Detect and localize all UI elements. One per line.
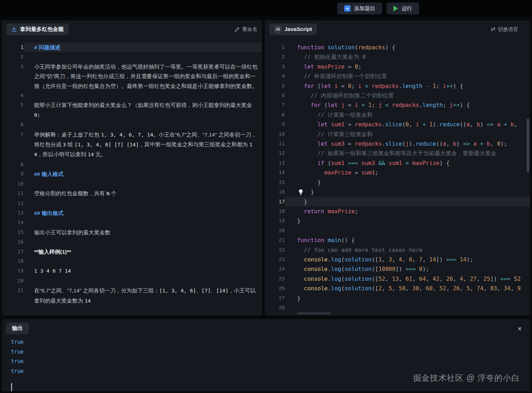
md-line-content[interactable] xyxy=(24,120,262,129)
code-line-content[interactable]: return maxPrize; xyxy=(285,207,530,216)
code-line-content[interactable]: // 外层循环控制第一个切割位置 xyxy=(285,71,530,81)
code-line[interactable]: 8 // 计算第一组奖金和 xyxy=(265,110,530,120)
md-line-content[interactable] xyxy=(24,256,262,266)
md-line-content[interactable] xyxy=(24,218,262,227)
md-line[interactable]: 10 xyxy=(2,179,262,189)
code-line-content[interactable]: let sum3 = redpacks.slice(j).reduce((a, … xyxy=(285,139,530,148)
code-line[interactable]: 23 console.log(solution([1, 3, 4, 6, 7, … xyxy=(265,255,530,264)
code-line[interactable]: 14 maxPrize = sum1; xyxy=(265,168,530,177)
md-line-content[interactable]: 举例解释：桌子上放了红包 1, 3, 4, 6, 7, 14。小王在“6,7”之… xyxy=(24,130,262,160)
md-line[interactable]: 6 xyxy=(2,120,262,129)
code-line[interactable]: 11 let sum3 = redpacks.slice(j).reduce((… xyxy=(265,139,530,148)
md-line[interactable]: 191 3 4 6 7 14 xyxy=(2,266,262,276)
code-line[interactable]: 24 console.log(solution([10000]) === 0); xyxy=(265,264,530,274)
md-line-content[interactable]: ## 输入格式 xyxy=(24,169,262,179)
code-line[interactable]: 19} xyxy=(265,216,530,226)
code-line[interactable]: 2 // 初始化最大奖金为 0 xyxy=(265,52,530,62)
code-line[interactable]: 16 } xyxy=(265,187,530,197)
code-line-content[interactable]: // 如果第一组和第三组奖金和相等且大于当前最大奖金，更新最大奖金 xyxy=(285,148,530,158)
problem-title-tab[interactable]: 拿到最多红包金额 xyxy=(6,24,69,35)
md-line[interactable]: 9## 输入格式 xyxy=(2,169,262,179)
md-line[interactable]: 7举例解释：桌子上放了红包 1, 3, 4, 6, 7, 14。小王在“6,7”… xyxy=(2,130,262,160)
add-question-button[interactable]: + 添加题目 xyxy=(337,2,382,14)
output-console[interactable]: truetruetruetrue xyxy=(2,334,530,376)
md-line-content[interactable]: **输入样例(1)** xyxy=(24,247,262,256)
code-line-content[interactable]: // 计算第三组奖金和 xyxy=(285,129,530,139)
md-line[interactable]: 1# 问题描述 xyxy=(2,43,262,52)
code-line[interactable]: 5 for (let i = 0; i < redpacks.length - … xyxy=(265,81,530,91)
horizontal-scrollbar[interactable] xyxy=(297,312,331,315)
code-line-content[interactable]: console.log(solution([52, 13, 61, 64, 42… xyxy=(285,274,530,284)
switch-language-button[interactable]: ⇄ 切换语言 xyxy=(491,26,518,33)
code-line[interactable]: 10 // 计算第三组奖金和 xyxy=(265,129,530,139)
language-tab[interactable]: JS JavaScript xyxy=(269,24,317,35)
code-line[interactable]: 3 let maxPrize = 0; xyxy=(265,62,530,71)
md-line-content[interactable]: 1 3 4 6 7 14 xyxy=(24,266,262,276)
run-button[interactable]: 运行 xyxy=(386,2,419,14)
code-line-content[interactable]: console.log(solution([2, 5, 50, 30, 60, … xyxy=(285,284,530,293)
code-line-content[interactable]: } xyxy=(285,187,530,197)
md-line[interactable]: 14 xyxy=(2,218,262,227)
code-line[interactable]: 9 let sum1 = redpacks.slice(0, i + 1).re… xyxy=(265,120,530,129)
md-line[interactable]: 3小王同学参加公司年会的抽奖活动，他运气很好抽到了一等奖。一等奖获奖者可以在一排… xyxy=(2,62,262,91)
code-line-content[interactable]: let maxPrize = 0; xyxy=(285,62,530,71)
md-line-content[interactable]: 在“6,7”之间、“7,14” 之间各切一刀，分为如下三组：[1, 3, 4, … xyxy=(24,286,262,306)
md-line-content[interactable]: 空格分割的红包金额数，共有 N 个 xyxy=(24,189,262,198)
md-line[interactable]: 13## 输出格式 xyxy=(2,208,262,218)
code-line[interactable]: 12 // 如果第一组和第三组奖金和相等且大于当前最大奖金，更新最大奖金 xyxy=(265,148,530,158)
md-line-content[interactable]: ## 输出格式 xyxy=(24,208,262,218)
md-line-content[interactable]: 能帮小王计算下他能拿到的最大奖金么？（如果没有红包可获得，则小王能拿到的最大奖金… xyxy=(24,100,262,120)
code-line-content[interactable]: for (let j = i + 1; j < redpacks.length;… xyxy=(285,100,530,110)
code-line-content[interactable]: function solution(redpacks) { xyxy=(285,43,530,52)
md-line[interactable]: 12 xyxy=(2,199,262,208)
code-line-content[interactable]: for (let i = 0; i < redpacks.length - 1;… xyxy=(285,81,530,91)
code-line-content[interactable] xyxy=(285,303,530,312)
md-line[interactable]: 17**输入样例(1)** xyxy=(2,247,262,256)
code-line-content[interactable]: } xyxy=(285,216,530,226)
md-line[interactable]: 15输出小王可以拿到的最大奖金数 xyxy=(2,228,262,237)
md-line-content[interactable]: 输出小王可以拿到的最大奖金数 xyxy=(24,228,262,237)
md-line[interactable]: 20 xyxy=(2,276,262,286)
md-line[interactable]: 2 xyxy=(2,52,262,62)
lightbulb-icon[interactable] xyxy=(298,189,304,195)
md-line[interactable]: 4 xyxy=(2,91,262,100)
code-line[interactable]: 17 } xyxy=(265,197,530,207)
md-line-content[interactable] xyxy=(24,276,262,286)
code-line[interactable]: 28 xyxy=(265,303,530,312)
code-line-content[interactable]: // 内层循环控制第二个切割位置 xyxy=(285,91,530,100)
code-line[interactable]: 26 console.log(solution([2, 5, 50, 30, 6… xyxy=(265,284,530,293)
code-line-content[interactable]: } xyxy=(285,293,530,303)
output-tab[interactable]: 输出 xyxy=(6,323,29,334)
code-line[interactable]: 27} xyxy=(265,293,530,303)
code-line-content[interactable]: let sum1 = redpacks.slice(0, i + 1).redu… xyxy=(285,120,530,129)
md-line[interactable]: 5能帮小王计算下他能拿到的最大奖金么？（如果没有红包可获得，则小王能拿到的最大奖… xyxy=(2,100,262,120)
code-line-content[interactable]: } xyxy=(285,197,530,207)
md-line-content[interactable]: 小王同学参加公司年会的抽奖活动，他运气很好抽到了一等奖。一等奖获奖者可以在一排红… xyxy=(24,62,262,91)
vertical-scrollbar[interactable] xyxy=(527,119,529,172)
code-line[interactable]: 18 return maxPrize; xyxy=(265,207,530,216)
md-line[interactable]: 8 xyxy=(2,160,262,169)
code-line-content[interactable]: // 计算第一组奖金和 xyxy=(285,110,530,120)
code-line-content[interactable]: if (sum1 === sum3 && sum1 > maxPrize) { xyxy=(285,158,530,168)
code-line-content[interactable]: } xyxy=(285,178,530,187)
md-line[interactable]: 16 xyxy=(2,237,262,247)
code-line[interactable]: 13 if (sum1 === sum3 && sum1 > maxPrize)… xyxy=(265,158,530,168)
code-line-content[interactable]: maxPrize = sum1; xyxy=(285,168,530,177)
rename-button[interactable]: 重命名 xyxy=(235,26,258,33)
md-line[interactable]: 21在“6,7”之间、“7,14” 之间各切一刀，分为如下三组：[1, 3, 4… xyxy=(2,286,262,306)
md-line-content[interactable]: # 问题描述 xyxy=(24,43,262,52)
code-editor[interactable]: 1function solution(redpacks) {2 // 初始化最大… xyxy=(265,38,530,312)
code-line[interactable]: 22 // You can add more test cases here xyxy=(265,245,530,255)
code-line-content[interactable]: console.log(solution([1, 3, 4, 6, 7, 14]… xyxy=(285,255,530,264)
md-line[interactable]: 11空格分割的红包金额数，共有 N 个 xyxy=(2,189,262,198)
code-line-content[interactable] xyxy=(285,226,530,235)
code-line[interactable]: 6 // 内层循环控制第二个切割位置 xyxy=(265,91,530,100)
problem-editor[interactable]: 1# 问题描述23小王同学参加公司年会的抽奖活动，他运气很好抽到了一等奖。一等奖… xyxy=(2,38,262,306)
code-line[interactable]: 1function solution(redpacks) { xyxy=(265,43,530,52)
md-line[interactable]: 18 xyxy=(2,256,262,266)
code-line[interactable]: 15 } xyxy=(265,178,530,187)
code-line-content[interactable]: // 初始化最大奖金为 0 xyxy=(285,52,530,62)
md-line-content[interactable] xyxy=(24,237,262,247)
md-line-content[interactable] xyxy=(24,160,262,169)
code-line[interactable]: 21function main() { xyxy=(265,235,530,245)
